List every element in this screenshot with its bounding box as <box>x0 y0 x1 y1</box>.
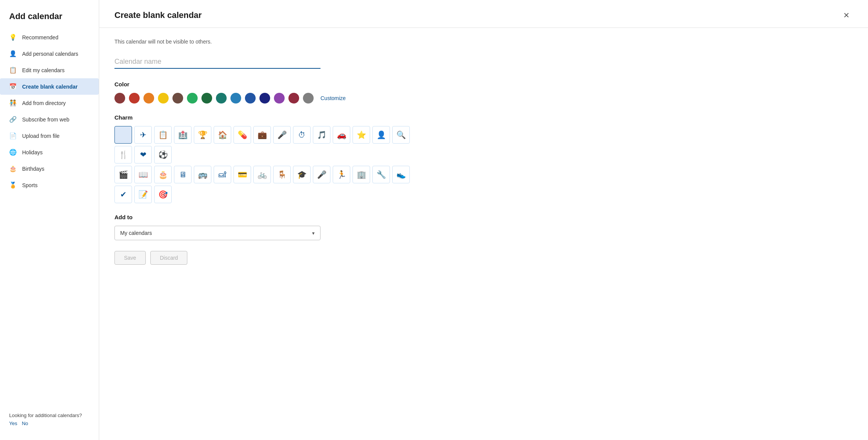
color-circle-crimson[interactable] <box>288 93 299 104</box>
subtitle-text: This calendar will not be visible to oth… <box>114 39 427 45</box>
save-button[interactable]: Save <box>114 251 146 265</box>
add-to-section: Add to My calendars ▾ <box>114 214 427 240</box>
main-body: This calendar will not be visible to oth… <box>99 28 443 275</box>
sidebar-item-recommended[interactable]: 💡 Recommended <box>0 29 99 45</box>
charm-item-1[interactable]: 📋 <box>154 126 172 144</box>
sidebar-item-birthdays[interactable]: 🎂 Birthdays <box>0 160 99 177</box>
sidebar-item-upload-file[interactable]: 📄 Upload from file <box>0 128 99 144</box>
color-circle-teal-dark[interactable] <box>216 93 227 104</box>
color-circle-orange[interactable] <box>143 93 154 104</box>
charm-item-r2-3[interactable]: 🖥 <box>174 166 192 183</box>
charm-item-r2-1[interactable]: 📖 <box>134 166 152 183</box>
charm-item-3[interactable]: 🏆 <box>194 126 211 144</box>
charm-item-r2-0[interactable]: 🎬 <box>114 166 132 183</box>
sidebar-item-label-add-directory: Add from directory <box>22 100 66 106</box>
charm-item-r2-10[interactable]: 🎤 <box>313 166 330 183</box>
color-section: Color Customize <box>114 81 427 104</box>
sidebar-item-add-personal[interactable]: 👤 Add personal calendars <box>0 45 99 62</box>
charm-item-r2-7[interactable]: 🚲 <box>253 166 271 183</box>
charm-item-7[interactable]: 🎤 <box>273 126 291 144</box>
sidebar-item-add-directory[interactable]: 🧑‍🤝‍🧑 Add from directory <box>0 95 99 111</box>
sidebar-item-label-sports: Sports <box>22 182 37 188</box>
charm-item-4[interactable]: 🏠 <box>214 126 231 144</box>
charm-item-r2-13[interactable]: 🔧 <box>372 166 390 183</box>
edit-my-icon: 📋 <box>9 66 17 74</box>
charm-item-15[interactable]: ❤ <box>134 146 152 163</box>
add-personal-icon: 👤 <box>9 50 17 57</box>
sidebar-item-label-recommended: Recommended <box>22 34 58 40</box>
charm-item-5[interactable]: 💊 <box>234 126 251 144</box>
color-section-label: Color <box>114 81 427 87</box>
charm-item-14[interactable]: 🍴 <box>114 146 132 163</box>
charm-item-10[interactable]: 🚗 <box>333 126 350 144</box>
sidebar-footer: Looking for additional calendars? Yes No <box>0 406 99 432</box>
sidebar-item-sports[interactable]: 🏅 Sports <box>0 177 99 193</box>
color-circle-maroon[interactable] <box>114 93 125 104</box>
charm-item-r2-8[interactable]: 🪑 <box>273 166 291 183</box>
charm-item-0[interactable]: ✈ <box>134 126 152 144</box>
charm-item-r2-11[interactable]: 🏃 <box>333 166 350 183</box>
color-circle-green-dark[interactable] <box>201 93 212 104</box>
main-title: Create blank calendar <box>114 10 202 20</box>
color-circle-gray[interactable] <box>303 93 314 104</box>
color-circle-green-light[interactable] <box>187 93 198 104</box>
charm-section-label: Charm <box>114 114 427 121</box>
charm-item-r2-16[interactable]: 📝 <box>134 186 152 203</box>
charm-item-8[interactable]: ⏱ <box>293 126 311 144</box>
charm-item-r2-14[interactable]: 👟 <box>392 166 410 183</box>
charm-item-r2-4[interactable]: 🚌 <box>194 166 211 183</box>
footer-yes-link[interactable]: Yes <box>9 421 17 426</box>
sports-icon: 🏅 <box>9 181 17 189</box>
main-header: Create blank calendar ✕ <box>99 0 868 28</box>
sidebar-item-holidays[interactable]: 🌐 Holidays <box>0 144 99 160</box>
holidays-icon: 🌐 <box>9 149 17 156</box>
charm-item-12[interactable]: 👤 <box>372 126 390 144</box>
main-panel: Create blank calendar ✕ This calendar wi… <box>99 0 868 440</box>
sidebar-title: Add calendar <box>0 8 99 29</box>
charm-item-r2-17[interactable]: 🎯 <box>154 186 172 203</box>
sidebar-item-edit-my[interactable]: 📋 Edit my calendars <box>0 62 99 78</box>
charm-item-16[interactable]: ⚽ <box>154 146 172 163</box>
sidebar-item-label-holidays: Holidays <box>22 149 43 155</box>
color-circle-blue[interactable] <box>245 93 256 104</box>
charm-item-r2-6[interactable]: 💳 <box>234 166 251 183</box>
footer-no-link[interactable]: No <box>22 421 28 426</box>
sidebar: Add calendar 💡 Recommended👤 Add personal… <box>0 0 99 440</box>
add-directory-icon: 🧑‍🤝‍🧑 <box>9 99 17 107</box>
upload-file-icon: 📄 <box>9 132 17 139</box>
color-circle-brown[interactable] <box>172 93 183 104</box>
color-circle-purple[interactable] <box>274 93 285 104</box>
charm-item-9[interactable]: 🎵 <box>313 126 330 144</box>
color-circle-red[interactable] <box>129 93 140 104</box>
sidebar-item-label-birthdays: Birthdays <box>22 166 44 172</box>
color-circle-yellow[interactable] <box>158 93 169 104</box>
footer-text: Looking for additional calendars? <box>9 412 82 418</box>
charm-item-r2-5[interactable]: 🛋 <box>214 166 231 183</box>
color-circle-navy[interactable] <box>259 93 270 104</box>
sidebar-item-subscribe-web[interactable]: 🔗 Subscribe from web <box>0 111 99 128</box>
charm-section: Charm ✈📋🏥🏆🏠💊💼🎤⏱🎵🚗⭐👤🔍🍴❤⚽ 🎬📖🎂🖥🚌🛋💳🚲🪑🎓🎤🏃🏢🔧👟✔… <box>114 114 427 203</box>
charm-item-11[interactable]: ⭐ <box>353 126 370 144</box>
charm-grid-row1: ✈📋🏥🏆🏠💊💼🎤⏱🎵🚗⭐👤🔍🍴❤⚽ <box>114 126 427 163</box>
charm-item-r2-15[interactable]: ✔ <box>114 186 132 203</box>
charm-item-r2-12[interactable]: 🏢 <box>353 166 370 183</box>
button-row: Save Discard <box>114 251 427 265</box>
calendar-name-input[interactable] <box>114 55 320 69</box>
birthdays-icon: 🎂 <box>9 165 17 172</box>
charm-item-6[interactable]: 💼 <box>253 126 271 144</box>
sidebar-item-create-blank[interactable]: 📅 Create blank calendar <box>0 78 99 95</box>
color-circle-teal[interactable] <box>230 93 241 104</box>
discard-button[interactable]: Discard <box>150 251 187 265</box>
charm-item-13[interactable]: 🔍 <box>392 126 410 144</box>
close-button[interactable]: ✕ <box>840 9 853 21</box>
charm-item-r2-9[interactable]: 🎓 <box>293 166 311 183</box>
add-to-value: My calendars <box>120 230 152 236</box>
add-to-dropdown[interactable]: My calendars ▾ <box>114 226 320 240</box>
charm-grid-row2: 🎬📖🎂🖥🚌🛋💳🚲🪑🎓🎤🏃🏢🔧👟✔📝🎯 <box>114 166 427 203</box>
customize-link[interactable]: Customize <box>320 95 346 101</box>
charm-item-2[interactable]: 🏥 <box>174 126 192 144</box>
sidebar-item-label-create-blank: Create blank calendar <box>22 84 78 90</box>
charm-item-selected[interactable] <box>114 126 132 144</box>
charm-item-r2-2[interactable]: 🎂 <box>154 166 172 183</box>
sidebar-item-label-upload-file: Upload from file <box>22 133 60 139</box>
